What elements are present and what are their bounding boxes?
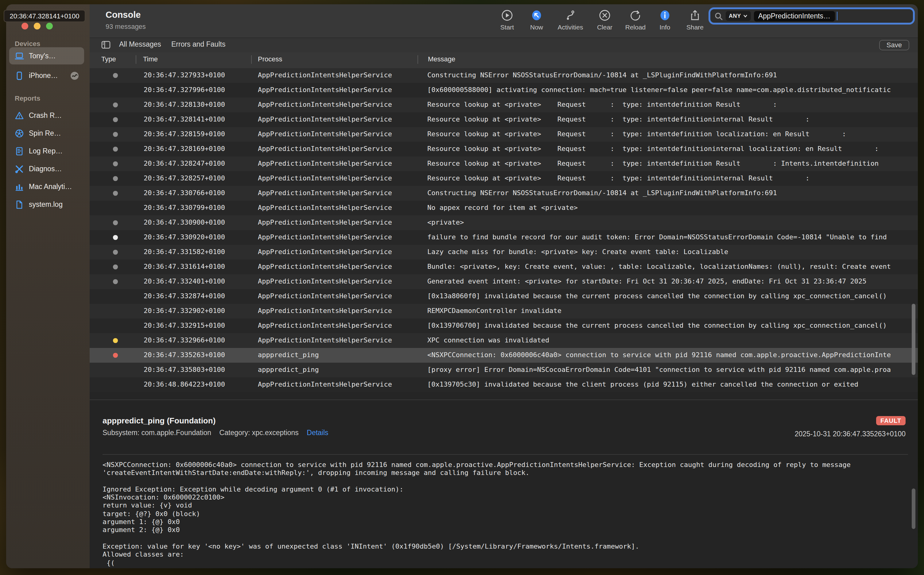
search-token[interactable]: AppPredictionIntents… <box>754 11 835 21</box>
search-scope-dropdown[interactable]: ANY <box>726 11 751 21</box>
log-row[interactable]: 20:36:47.330900+0100AppPredictionIntents… <box>90 215 918 230</box>
sidebar-section-devices: Devices <box>15 40 40 47</box>
log-row[interactable]: 20:36:47.328257+0100AppPredictionIntents… <box>90 171 918 186</box>
sidebar-item-spin-reports[interactable]: Spin Re… <box>9 126 84 141</box>
log-row[interactable]: 20:36:47.332401+0100AppPredictionIntents… <box>90 274 918 289</box>
log-document-icon <box>15 146 24 156</box>
now-button[interactable]: Now <box>517 9 556 31</box>
tab-errors-and-faults[interactable]: Errors and Faults <box>171 41 225 48</box>
log-level-dot <box>113 338 118 343</box>
log-row[interactable]: 20:36:47.330766+0100AppPredictionIntents… <box>90 186 918 200</box>
log-row[interactable]: 20:36:47.328169+0100AppPredictionIntents… <box>90 141 918 156</box>
table-header: 20:36:47.327886+0100 AppPredictionIntent… <box>90 52 918 68</box>
log-row[interactable]: 20:36:47.330920+0100AppPredictionIntents… <box>90 230 918 245</box>
filter-bar: All Messages Errors and Faults Save <box>90 38 918 53</box>
log-row[interactable]: 20:36:47.328159+0100AppPredictionIntents… <box>90 127 918 141</box>
text-cursor <box>837 12 837 20</box>
toolbar: Console 93 messages Start Now <box>90 4 918 38</box>
sidebar-item-diagnostic-reports[interactable]: Diagnos… <box>9 161 84 176</box>
column-header-message[interactable]: Message <box>428 55 455 63</box>
now-arrow-icon <box>517 9 556 22</box>
log-row[interactable]: 20:36:47.332915+0100AppPredictionIntents… <box>90 318 918 333</box>
iphone-icon <box>15 71 24 80</box>
bar-chart-icon <box>15 182 24 191</box>
log-row[interactable]: 20:36:47.332874+0100AppPredictionIntents… <box>90 289 918 303</box>
sidebar-item-system-log[interactable]: system.log <box>9 197 84 212</box>
fault-badge: FAULT <box>876 416 906 425</box>
column-header-type[interactable]: Type <box>101 55 116 63</box>
log-row[interactable]: 20:36:47.335803+0100apppredict_ping[prox… <box>90 362 918 377</box>
sidebar-item-label: Log Rep… <box>29 147 63 155</box>
message-count: 93 messages <box>106 23 146 30</box>
log-level-dot <box>113 264 118 269</box>
sidebar-section-reports: Reports <box>15 95 40 102</box>
log-row[interactable]: 20:36:48.864223+0100AppPredictionIntents… <box>90 377 918 392</box>
log-row[interactable]: 20:36:47.332966+0100AppPredictionIntents… <box>90 333 918 348</box>
log-level-dot <box>113 117 118 122</box>
log-table: 20:36:47.327933+0100AppPredictionIntents… <box>90 68 918 392</box>
activities-button[interactable]: Activities <box>551 9 590 31</box>
sidebar-item-label: iPhone… <box>29 72 58 79</box>
sidebar-item-device-mac[interactable]: Tony's… <box>9 47 84 64</box>
log-level-dot <box>113 323 118 328</box>
log-row[interactable]: 20:36:47.327933+0100AppPredictionIntents… <box>90 68 918 83</box>
details-link[interactable]: Details <box>307 429 328 436</box>
log-row[interactable]: 20:36:47.328141+0100AppPredictionIntents… <box>90 112 918 127</box>
sidebar-item-label: system.log <box>29 201 63 208</box>
log-level-dot <box>113 235 118 240</box>
minimize-window-button[interactable] <box>34 22 41 29</box>
log-row[interactable]: 20:36:47.330799+0100AppPredictionIntents… <box>90 200 918 215</box>
save-button[interactable]: Save <box>879 40 909 50</box>
sidebar-item-label: Mac Analyti… <box>29 183 72 190</box>
log-row[interactable]: 20:36:47.327996+0100AppPredictionIntents… <box>90 83 918 97</box>
chevron-down-icon <box>743 14 748 18</box>
log-level-dot <box>113 161 118 166</box>
log-level-dot <box>113 368 118 372</box>
log-row[interactable]: 20:36:47.331582+0100AppPredictionIntents… <box>90 245 918 259</box>
close-window-button[interactable] <box>21 22 28 29</box>
log-level-dot <box>113 353 118 357</box>
table-scrollbar[interactable] <box>912 304 915 375</box>
log-level-dot <box>113 279 118 284</box>
column-header-process[interactable]: Process <box>258 55 282 63</box>
file-icon <box>15 200 24 209</box>
detail-scrollbar[interactable] <box>912 488 915 529</box>
spinner-icon <box>15 129 24 138</box>
log-level-dot <box>113 73 118 78</box>
screen: Devices Tony's… iPhone… Reports <box>0 0 924 575</box>
sidebar-item-device-iphone[interactable]: iPhone… <box>9 68 84 83</box>
sidebar-item-label: Crash R… <box>29 112 62 119</box>
log-level-dot <box>113 220 118 225</box>
sidebar-item-log-reports[interactable]: Log Rep… <box>9 144 84 158</box>
log-row[interactable]: 20:36:47.332902+0100AppPredictionIntents… <box>90 303 918 318</box>
detail-timestamp: 2025-10-31 20:36:47.335263+0100 <box>795 430 906 438</box>
log-level-dot <box>113 191 118 195</box>
detail-meta: Subsystem: com.apple.Foundation Category… <box>103 429 328 436</box>
zoom-window-button[interactable] <box>46 22 53 29</box>
sidebar-toggle-icon[interactable] <box>101 41 111 52</box>
log-level-dot <box>113 88 118 92</box>
search-field[interactable]: ANY AppPredictionIntents… <box>709 7 915 25</box>
tab-all-messages[interactable]: All Messages <box>119 41 161 48</box>
time-tooltip: 20:36:47.328141+0100 <box>4 10 85 22</box>
activities-route-icon <box>551 9 590 22</box>
log-level-dot <box>113 102 118 107</box>
log-row[interactable]: 20:36:47.328130+0100AppPredictionIntents… <box>90 97 918 112</box>
log-level-dot <box>113 382 118 387</box>
search-icon <box>715 12 723 20</box>
column-header-time[interactable]: Time <box>143 55 158 63</box>
sidebar-item-crash-reports[interactable]: Crash R… <box>9 108 84 123</box>
log-row[interactable]: 20:36:47.331614+0100AppPredictionIntents… <box>90 259 918 274</box>
detail-body: <NSXPCConnection: 0x6000006c40a0> connec… <box>103 454 908 568</box>
sidebar-item-label: Tony's… <box>29 52 56 60</box>
warning-triangle-icon <box>15 111 24 120</box>
sidebar-item-mac-analytics[interactable]: Mac Analyti… <box>9 179 84 194</box>
detail-category: xpc.exceptions <box>252 429 299 436</box>
window-title: Console <box>106 10 141 20</box>
log-level-dot <box>113 309 118 313</box>
console-window: Devices Tony's… iPhone… Reports <box>6 4 918 568</box>
log-row-selected[interactable]: 20:36:47.335263+0100apppredict_ping<NSXP… <box>90 348 918 362</box>
log-row[interactable]: 20:36:47.328247+0100AppPredictionIntents… <box>90 156 918 171</box>
sidebar: Devices Tony's… iPhone… Reports <box>6 4 90 568</box>
sidebar-item-label: Spin Re… <box>29 129 61 137</box>
